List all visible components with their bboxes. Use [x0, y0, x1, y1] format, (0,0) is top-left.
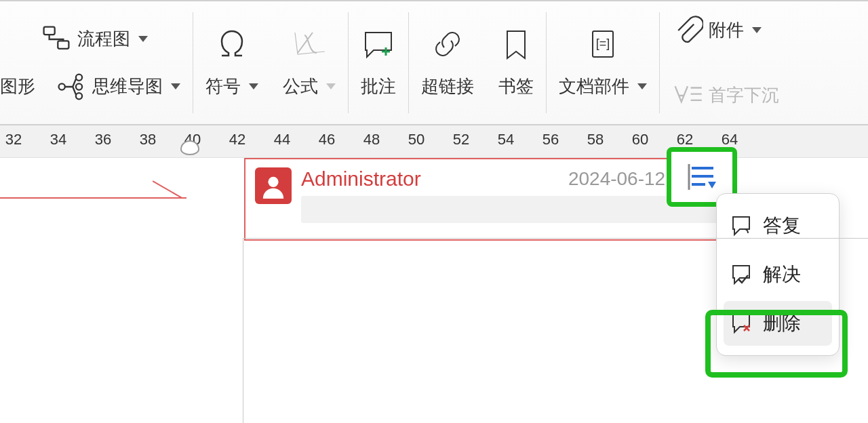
svg-point-5	[76, 93, 82, 99]
chevron-down-icon	[249, 83, 258, 89]
hyperlink-label: 超链接	[421, 75, 474, 98]
flowchart-label: 流程图	[77, 27, 130, 51]
shapes-label-partial[interactable]: 图形	[0, 75, 35, 98]
horizontal-ruler[interactable]: 3234363840424446485052545658606264	[0, 125, 868, 158]
ribbon-group-links: 超链接 书签	[409, 1, 546, 124]
ribbon-toolbar: 流程图 图形 思维导图 符号 公式	[0, 0, 868, 125]
ribbon-group-comment: 批注	[349, 1, 408, 124]
doc-parts-button[interactable]: [=] 文档部件	[559, 27, 647, 98]
comment-button[interactable]: 批注	[361, 27, 396, 98]
bookmark-button[interactable]: 书签	[498, 27, 534, 98]
ruler-tick: 64	[722, 131, 738, 148]
chevron-down-icon	[138, 36, 148, 42]
dropcap-button[interactable]: 首字下沉	[672, 80, 779, 111]
comment-body: Administrator 2024-06-12 15:08	[301, 167, 718, 231]
attachment-button[interactable]: 附件	[672, 15, 762, 46]
ribbon-group-docparts: [=] 文档部件	[547, 1, 659, 124]
comment-label: 批注	[361, 75, 396, 98]
dropcap-label: 首字下沉	[709, 83, 779, 107]
link-icon	[431, 27, 465, 61]
doc-parts-label: 文档部件	[559, 75, 629, 98]
mindmap-icon	[56, 71, 87, 102]
chevron-down-icon	[637, 83, 647, 89]
ruler-tick: 60	[632, 131, 648, 148]
avatar	[255, 167, 292, 204]
formula-label: 公式	[283, 75, 318, 98]
mindmap-label: 思维导图	[92, 76, 163, 96]
comment-author: Administrator	[301, 167, 421, 190]
formula-button[interactable]: 公式	[283, 27, 336, 98]
editor-area[interactable]: Administrator 2024-06-12 15:08 答复	[0, 158, 868, 423]
svg-rect-1	[58, 41, 68, 49]
ruler-tick: 50	[408, 131, 425, 148]
hyperlink-button[interactable]: 超链接	[421, 27, 474, 98]
ruler-tick: 42	[229, 131, 245, 148]
ruler-indent-marker[interactable]	[180, 140, 199, 155]
ruler-tick: 56	[542, 131, 559, 148]
ruler-tick: 44	[274, 131, 290, 148]
flowchart-button[interactable]: 流程图	[0, 24, 148, 55]
ruler-tick: 34	[50, 131, 66, 148]
mindmap-button[interactable]: 思维导图	[92, 75, 163, 98]
reply-icon	[730, 214, 753, 237]
bookmark-label: 书签	[498, 75, 534, 98]
svg-point-2	[59, 83, 65, 89]
ruler-tick: 58	[587, 131, 604, 148]
ruler-tick: 54	[498, 131, 514, 148]
doc-parts-icon: [=]	[586, 27, 620, 61]
dropcap-icon	[672, 80, 703, 111]
symbol-button[interactable]: 符号	[205, 27, 258, 98]
flowchart-icon	[41, 24, 72, 55]
svg-point-8	[268, 177, 278, 187]
comment-leader-line	[153, 180, 182, 199]
symbol-label: 符号	[205, 75, 241, 98]
page-boundary	[243, 238, 868, 423]
omega-icon	[215, 27, 249, 61]
comment-leader-line	[0, 197, 186, 199]
svg-point-3	[76, 74, 82, 80]
ruler-tick: 48	[363, 131, 380, 148]
ruler-tick: 32	[5, 131, 22, 148]
formula-icon	[292, 27, 326, 61]
ruler-tick: 52	[453, 131, 469, 148]
ruler-tick: 46	[319, 131, 335, 148]
comment-bubble[interactable]: Administrator 2024-06-12 15:08	[244, 158, 729, 241]
ribbon-group-diagrams: 流程图 图形 思维导图	[0, 1, 193, 124]
ruler-tick: 62	[677, 131, 693, 148]
bookmark-icon	[499, 27, 533, 61]
chevron-down-icon	[171, 83, 180, 89]
svg-marker-12	[708, 182, 716, 188]
ribbon-group-insert-misc: 附件 首字下沉	[660, 1, 791, 124]
attachment-label: 附件	[709, 18, 744, 42]
chevron-down-icon	[752, 27, 762, 33]
svg-rect-0	[44, 26, 55, 35]
menu-item-label: 答复	[763, 213, 801, 239]
comment-text-input[interactable]	[301, 196, 718, 223]
ruler-tick: 36	[95, 131, 111, 148]
chevron-down-icon	[326, 83, 336, 89]
svg-point-4	[76, 83, 82, 89]
paperclip-icon	[672, 15, 703, 46]
svg-text:[=]: [=]	[596, 37, 610, 50]
ruler-tick: 38	[140, 131, 156, 148]
ribbon-group-symbols: 符号 公式	[193, 1, 348, 124]
comment-add-icon	[361, 27, 395, 61]
